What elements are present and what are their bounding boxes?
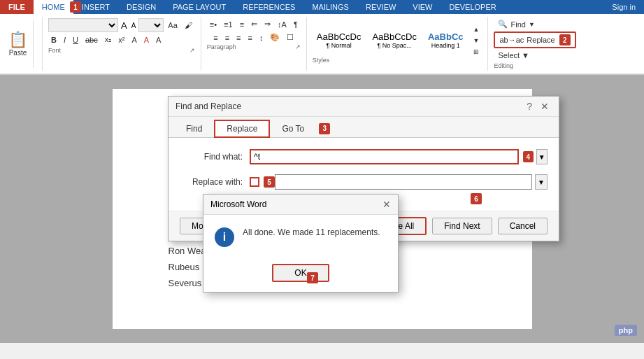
paste-label: Paste	[9, 49, 27, 57]
replace-input-wrap: 5 ▼	[250, 174, 548, 190]
style-normal-preview: AaBbCcDc	[317, 31, 362, 42]
styles-up-btn[interactable]: ▲	[471, 24, 482, 34]
ribbon-content: 📋 Paste A A Aa 🖌 B I U	[0, 14, 644, 74]
strikethrough-btn[interactable]: abc	[83, 34, 101, 45]
editing-group: 🔍 Find ▼ ab→ac Replace 2 Select ▼ Editin…	[488, 17, 581, 71]
tab-view[interactable]: VIEW	[404, 0, 441, 14]
multilevel-btn[interactable]: ≡	[237, 19, 247, 30]
font-row-1: A A Aa 🖌	[48, 18, 195, 32]
dialog-close-btn[interactable]: ✕	[538, 101, 552, 112]
dialog-help-btn[interactable]: ?	[524, 101, 535, 112]
tab-mailings[interactable]: MAILINGS	[303, 0, 357, 14]
paragraph-dialog-launcher[interactable]: ↗	[295, 43, 301, 50]
align-center-btn[interactable]: ≡	[222, 32, 232, 43]
replace-with-input[interactable]	[275, 174, 532, 190]
word-dialog-close-btn[interactable]: ✕	[382, 199, 391, 210]
increase-indent-btn[interactable]: ⇒	[262, 18, 273, 30]
decrease-indent-btn[interactable]: ⇐	[248, 18, 260, 30]
borders-btn[interactable]: ☐	[284, 31, 296, 43]
subscript-btn[interactable]: x₂	[102, 34, 115, 45]
style-no-spacing[interactable]: AaBbCcDc ¶ No Spac...	[368, 30, 421, 50]
find-button[interactable]: 🔍 Find ▼	[494, 18, 575, 30]
font-color-btn[interactable]: A	[141, 34, 152, 45]
find-next-button[interactable]: Find Next	[432, 218, 492, 234]
dialog-tab-find[interactable]: Find	[174, 120, 214, 137]
paragraph-group: ≡• ≡1 ≡ ⇐ ⇒ ↕A ¶ ≡ ≡ ≡ ≡ ↕ 🎨 ☐ Paragraph…	[201, 17, 307, 71]
bullets-btn[interactable]: ≡•	[207, 19, 220, 30]
style-heading1-label: Heading 1	[431, 42, 460, 49]
replace-button[interactable]: ab→ac Replace 2	[494, 31, 575, 48]
find-icon: 🔍	[498, 20, 508, 29]
dialog-tab-goto[interactable]: Go To	[270, 120, 316, 137]
replace-with-row: Replace with: 5 ▼	[180, 174, 548, 190]
cancel-button[interactable]: Cancel	[498, 218, 548, 234]
tab-design[interactable]: DESIGN	[118, 0, 164, 14]
font-dialog-launcher[interactable]: ↗	[189, 47, 195, 54]
badge-5: 5	[264, 176, 275, 188]
style-heading1-preview: AaBbCc	[428, 31, 464, 42]
line-spacing-btn[interactable]: ↕	[257, 32, 266, 43]
font-group: A A Aa 🖌 B I U abc x₂ x² A A A Font	[43, 17, 201, 71]
sort-btn[interactable]: ↕A	[275, 19, 289, 30]
sign-in-link[interactable]: Sign in	[603, 0, 644, 14]
styles-more-btn[interactable]: ⊞	[471, 47, 482, 57]
word-dialog-body: i All done. We made 11 replacements.	[203, 215, 398, 258]
tab-file[interactable]: FILE	[0, 0, 34, 14]
tab-references[interactable]: REFERENCES	[234, 0, 303, 14]
numbering-btn[interactable]: ≡1	[221, 19, 236, 30]
font-name-select[interactable]	[48, 18, 118, 32]
dialog-tab-replace[interactable]: Replace	[214, 120, 270, 138]
word-message-dialog: Microsoft Word ✕ i All done. We made 11 …	[203, 194, 399, 293]
style-heading1[interactable]: AaBbCc Heading 1	[424, 30, 468, 50]
word-ok-button[interactable]: OK	[272, 264, 329, 282]
find-what-input[interactable]	[250, 149, 519, 164]
font-size-decrease[interactable]: A	[120, 20, 129, 31]
font-group-label: Font	[48, 47, 61, 54]
replace-dropdown-arrow[interactable]: ▼	[535, 174, 548, 190]
bold-btn[interactable]: B	[48, 34, 59, 45]
superscript-btn[interactable]: x²	[115, 34, 127, 45]
align-right-btn[interactable]: ≡	[234, 32, 243, 43]
replace-icon: ab→ac	[499, 36, 524, 44]
clipboard-group: 📋 Paste	[0, 17, 43, 71]
style-no-spacing-label: ¶ No Spac...	[378, 42, 412, 49]
font-size-select[interactable]	[138, 18, 164, 32]
select-label: Select ▼	[498, 51, 529, 59]
italic-btn[interactable]: I	[61, 34, 69, 45]
font-size-increase[interactable]: A	[130, 22, 138, 29]
justify-btn[interactable]: ≡	[245, 32, 255, 43]
word-dialog-message: All done. We made 11 replacements.	[243, 226, 380, 239]
alignment-btns: ≡ ≡ ≡ ≡ ↕ 🎨 ☐	[210, 31, 296, 43]
font-row-2: B I U abc x₂ x² A A A	[48, 34, 195, 45]
word-dialog-title: Microsoft Word	[210, 199, 266, 209]
shading-btn[interactable]: 🎨	[267, 31, 282, 43]
word-dialog-icon: i	[215, 227, 234, 247]
clear-format-btn[interactable]: Aa	[165, 20, 180, 31]
find-dropdown-arrow[interactable]: ▼	[536, 149, 548, 164]
dialog-title-actions: ? ✕	[524, 101, 552, 112]
align-left-btn[interactable]: ≡	[210, 32, 220, 43]
tab-home[interactable]: HOME	[34, 0, 73, 14]
select-button[interactable]: Select ▼	[494, 50, 575, 61]
word-dialog-titlebar: Microsoft Word ✕	[203, 195, 398, 215]
show-formatting-btn[interactable]: ¶	[291, 19, 301, 30]
dialog-title: Find and Replace	[176, 101, 241, 111]
replace-box-indicator	[250, 177, 259, 187]
styles-down-btn[interactable]: ▼	[471, 36, 482, 45]
find-what-label: Find what:	[180, 152, 250, 162]
tab-review[interactable]: REVIEW	[357, 0, 404, 14]
paste-icon: 📋	[8, 31, 27, 49]
dialog-titlebar: Find and Replace ? ✕	[169, 97, 559, 117]
tab-page-layout[interactable]: PAGE LAYOUT	[164, 0, 234, 14]
ribbon-tabs: FILE HOME INSERT DESIGN PAGE LAYOUT REFE…	[0, 0, 644, 14]
text-highlight-btn[interactable]: A	[129, 34, 139, 45]
style-normal[interactable]: AaBbCcDc ¶ Normal	[313, 30, 366, 50]
paste-button[interactable]: 📋 Paste	[6, 29, 30, 58]
format-painter-btn[interactable]: 🖌	[182, 20, 195, 31]
styles-group-label: Styles	[313, 57, 482, 64]
text-effect-btn[interactable]: A	[153, 34, 164, 45]
php-badge: php	[615, 325, 637, 336]
underline-btn[interactable]: U	[70, 34, 81, 45]
tab-developer[interactable]: DEVELOPER	[441, 0, 504, 14]
style-no-spacing-preview: AaBbCcDc	[372, 31, 417, 42]
